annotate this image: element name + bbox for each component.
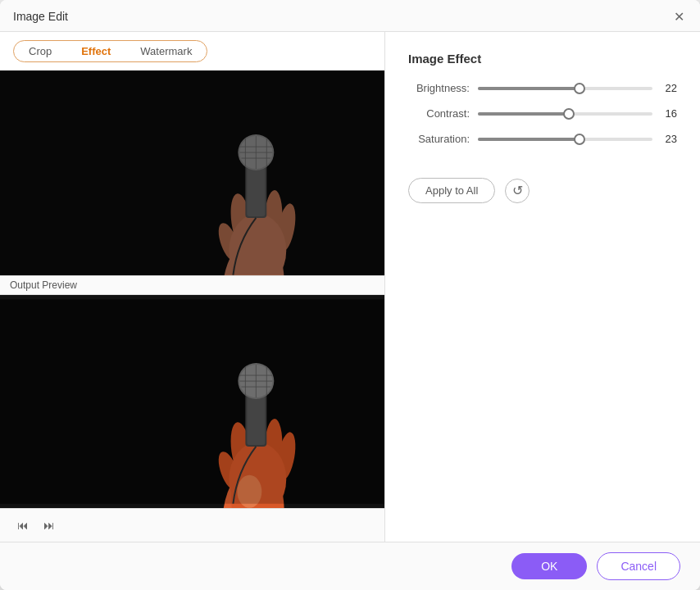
image-edit-dialog: Image Edit ✕ Crop Effect Watermark bbox=[0, 0, 700, 590]
right-panel: Image Effect Brightness: 22 Contrast: 16 bbox=[385, 32, 700, 542]
contrast-row: Contrast: 16 bbox=[408, 107, 677, 120]
contrast-slider[interactable] bbox=[478, 112, 652, 116]
title-bar: Image Edit ✕ bbox=[0, 0, 700, 32]
svg-rect-19 bbox=[0, 70, 384, 275]
section-title: Image Effect bbox=[408, 52, 677, 66]
contrast-fill bbox=[478, 112, 569, 116]
tab-crop[interactable]: Crop bbox=[14, 41, 66, 61]
output-label: Output Preview bbox=[0, 275, 384, 295]
saturation-thumb[interactable] bbox=[574, 134, 585, 145]
apply-to-all-button[interactable]: Apply to All bbox=[408, 178, 495, 203]
reset-icon: ↺ bbox=[512, 183, 523, 198]
contrast-value: 16 bbox=[652, 107, 677, 120]
brightness-row: Brightness: 22 bbox=[408, 82, 677, 94]
reset-button[interactable]: ↺ bbox=[505, 179, 530, 203]
cancel-button[interactable]: Cancel bbox=[597, 552, 680, 580]
tab-watermark[interactable]: Watermark bbox=[125, 41, 207, 61]
brightness-thumb[interactable] bbox=[574, 83, 585, 94]
output-preview bbox=[0, 295, 384, 508]
saturation-row: Saturation: 23 bbox=[408, 133, 677, 145]
brightness-slider[interactable] bbox=[478, 87, 652, 90]
saturation-label: Saturation: bbox=[408, 133, 478, 145]
tabs-bar: Crop Effect Watermark bbox=[0, 32, 384, 70]
tab-effect[interactable]: Effect bbox=[66, 41, 125, 61]
close-button[interactable]: ✕ bbox=[670, 8, 687, 25]
footer: OK Cancel bbox=[0, 542, 700, 590]
original-preview bbox=[0, 70, 384, 275]
dialog-title: Image Edit bbox=[13, 10, 68, 23]
contrast-label: Contrast: bbox=[408, 107, 478, 120]
brightness-value: 22 bbox=[652, 82, 677, 94]
controls-bar: ⏮ ⏭ bbox=[0, 508, 384, 542]
next-button[interactable]: ⏭ bbox=[39, 515, 59, 535]
contrast-thumb[interactable] bbox=[563, 108, 575, 120]
prev-button[interactable]: ⏮ bbox=[13, 515, 33, 535]
brightness-fill bbox=[478, 87, 580, 90]
left-panel: Crop Effect Watermark bbox=[0, 32, 385, 542]
saturation-value: 23 bbox=[652, 133, 677, 145]
content-area: Crop Effect Watermark bbox=[0, 32, 700, 542]
saturation-fill bbox=[478, 138, 580, 141]
saturation-slider[interactable] bbox=[478, 138, 652, 141]
tabs-container: Crop Effect Watermark bbox=[13, 40, 207, 62]
ok-button[interactable]: OK bbox=[511, 553, 587, 579]
actions-row: Apply to All ↺ bbox=[408, 178, 677, 203]
brightness-label: Brightness: bbox=[408, 82, 478, 94]
svg-rect-40 bbox=[0, 299, 384, 503]
